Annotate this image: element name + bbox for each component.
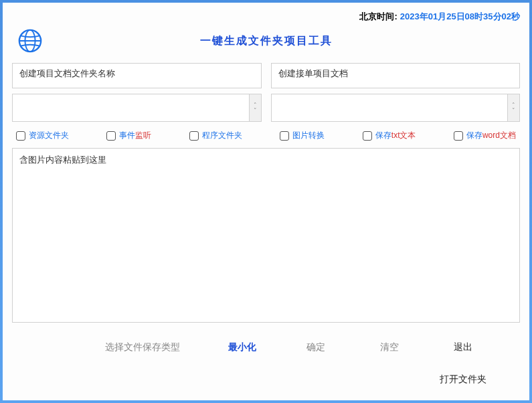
checkbox-row: 资源文件夹 事件监听 程序文件夹 图片转换 保存txt文本 保存word文档 [12, 129, 520, 148]
check-resource-folder[interactable]: 资源文件夹 [16, 130, 69, 141]
clear-button[interactable]: 清空 [353, 337, 426, 357]
paste-placeholder: 含图片内容粘贴到这里 [19, 155, 106, 165]
button-row-2: 打开文件夹 [12, 363, 520, 394]
checkbox-icon [106, 131, 116, 141]
check-event-listen[interactable]: 事件监听 [106, 130, 151, 141]
input-row: 创建项目文档文件夹名称 创建接单项目文档 [12, 63, 520, 88]
folder-name-input[interactable]: 创建项目文档文件夹名称 [12, 63, 262, 88]
checkbox-icon [16, 131, 25, 141]
left-combo-text[interactable] [13, 94, 249, 121]
check-label: 资源文件夹 [29, 130, 69, 141]
top-bar: 北京时间: 2023年01月25日08时35分02秒 [12, 9, 520, 28]
confirm-button[interactable]: 确定 [279, 337, 353, 357]
check-save-word[interactable]: 保存word文档 [454, 130, 516, 141]
time-value: 2023年01月25日08时35分02秒 [400, 11, 520, 23]
exit-button[interactable]: 退出 [426, 337, 500, 357]
checkbox-icon [454, 131, 463, 141]
order-doc-placeholder: 创建接单项目文档 [278, 68, 348, 80]
right-combo-dropdown[interactable]: ˄˅ [507, 94, 519, 121]
check-label: 事件监听 [119, 130, 151, 141]
check-label: 保存word文档 [466, 130, 516, 141]
folder-name-placeholder: 创建项目文档文件夹名称 [19, 68, 115, 80]
check-image-convert[interactable]: 图片转换 [280, 130, 325, 141]
check-label: 程序文件夹 [202, 130, 242, 141]
checkbox-icon [363, 131, 372, 141]
main-window: 北京时间: 2023年01月25日08时35分02秒 一键生成文件夹项目工具 创… [3, 3, 529, 400]
time-label: 北京时间: [359, 11, 397, 23]
checkbox-icon [189, 131, 199, 141]
button-row: 选择文件保存类型 最小化 确定 清空 退出 [12, 331, 520, 363]
left-combo[interactable]: ˄˅ [12, 94, 262, 122]
check-program-folder[interactable]: 程序文件夹 [189, 130, 242, 141]
right-combo[interactable]: ˄˅ [271, 94, 521, 122]
globe-icon [17, 28, 43, 54]
order-doc-input[interactable]: 创建接单项目文档 [271, 63, 521, 88]
paste-area[interactable]: 含图片内容粘贴到这里 [12, 148, 520, 323]
open-folder-button[interactable]: 打开文件夹 [440, 370, 486, 390]
header: 一键生成文件夹项目工具 [12, 28, 520, 63]
check-label: 图片转换 [292, 130, 325, 141]
combo-row: ˄˅ ˄˅ [12, 94, 520, 122]
right-combo-text[interactable] [272, 94, 508, 121]
select-save-type-button[interactable]: 选择文件保存类型 [98, 337, 205, 357]
left-combo-dropdown[interactable]: ˄˅ [249, 94, 261, 121]
check-save-txt[interactable]: 保存txt文本 [363, 130, 416, 141]
check-label: 保存txt文本 [375, 130, 416, 141]
app-title: 一键生成文件夹项目工具 [43, 34, 489, 48]
checkbox-icon [280, 131, 289, 141]
minimize-button[interactable]: 最小化 [205, 337, 279, 357]
